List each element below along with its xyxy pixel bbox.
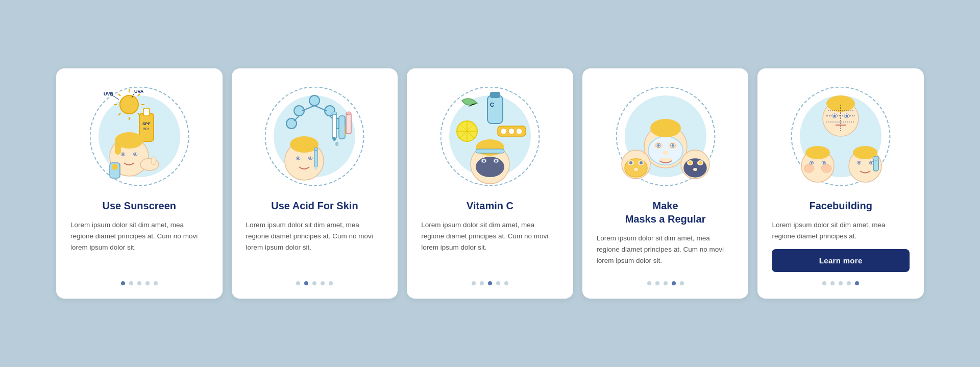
card-acid-dots [296,281,333,285]
svg-rect-39 [344,126,345,136]
svg-point-59 [501,128,507,134]
dot-3 [488,281,492,285]
cards-container: UVB UVA SPF 50+ [56,68,924,298]
card-masks-dots [647,281,684,285]
dot-1 [822,281,826,285]
card-vitaminc-illustration: C [421,83,559,190]
dot-4 [847,281,851,285]
dot-2 [830,281,835,285]
dot-1 [121,281,125,285]
svg-line-10 [111,94,119,100]
svg-rect-52 [314,149,317,167]
card-acid: Use Acid For Skin Lorem ipsum dolor sit … [232,68,398,298]
svg-point-119 [813,168,823,176]
svg-point-109 [846,115,848,117]
acid-svg [263,85,365,187]
dot-5 [504,281,508,285]
svg-rect-56 [490,92,500,98]
dot-1 [296,281,300,285]
svg-point-28 [112,164,118,170]
svg-point-108 [834,115,836,117]
dot-4 [672,281,676,285]
svg-point-115 [811,162,813,164]
card-facebuilding: Facebuilding Lorem ipsum dolor sit dim a… [757,68,924,298]
card-facebuilding-text: Lorem ipsum dolor sit dim amet, mea regi… [772,219,910,241]
facebuilding-svg [790,85,892,187]
card-masks-illustration [597,83,734,190]
svg-point-0 [120,95,138,114]
svg-point-29 [309,95,320,106]
svg-point-53 [314,148,318,151]
card-vitaminc-title: Vitamin C [467,199,513,212]
svg-point-44 [333,137,336,141]
svg-point-90 [634,168,638,171]
svg-point-124 [858,162,860,164]
card-sunscreen-dots [121,281,158,285]
svg-point-45 [335,142,338,146]
card-vitaminc-dots [472,281,508,285]
card-sunscreen: UVB UVA SPF 50+ [56,68,223,298]
svg-rect-55 [487,95,503,124]
svg-point-26 [151,157,156,165]
svg-point-60 [508,128,514,134]
svg-rect-69 [476,149,504,153]
svg-point-70 [476,157,504,177]
svg-point-98 [689,161,692,164]
svg-point-50 [297,157,299,159]
card-vitaminc: C [407,68,573,298]
svg-point-61 [516,128,522,134]
svg-point-43 [332,112,337,115]
svg-point-92 [640,161,643,164]
svg-point-127 [873,156,879,160]
card-acid-illustration [246,83,384,190]
svg-point-112 [805,146,830,159]
card-masks-text: Lorem ipsum dolor sit dim amet, mea regi… [597,233,734,272]
svg-point-97 [693,168,697,171]
svg-rect-14 [143,108,150,116]
vitaminc-svg: C [439,85,541,187]
svg-text:50+: 50+ [143,127,150,131]
svg-point-41 [346,112,351,115]
card-facebuilding-illustration [772,83,910,190]
dot-5 [154,281,158,285]
card-masks: MakeMasks a Regular Lorem ipsum dolor si… [582,68,749,298]
dot-2 [129,281,133,285]
svg-point-73 [483,160,485,162]
masks-svg [615,85,717,187]
learn-more-button[interactable]: Learn more [772,249,910,272]
dot-5 [680,281,684,285]
svg-line-5 [118,94,120,96]
svg-point-17 [144,116,149,121]
svg-point-101 [826,95,855,112]
svg-point-118 [821,164,831,173]
svg-point-116 [823,162,825,164]
svg-point-23 [122,153,124,155]
sunscreen-svg: UVB UVA SPF 50+ [88,85,190,187]
svg-rect-20 [115,139,121,155]
svg-point-99 [699,161,702,164]
svg-line-8 [118,113,120,115]
dot-5 [329,281,333,285]
svg-rect-42 [332,113,336,139]
svg-point-125 [870,162,872,164]
svg-point-24 [134,153,136,155]
card-facebuilding-dots [822,281,859,285]
svg-point-51 [309,157,311,159]
svg-point-85 [650,119,681,137]
card-sunscreen-text: Lorem ipsum dolor sit dim amet, mea regi… [70,219,208,272]
card-sunscreen-title: Use Sunscreen [103,199,177,212]
dot-4 [145,281,150,285]
card-masks-title: MakeMasks a Regular [625,199,706,226]
card-vitaminc-text: Lorem ipsum dolor sit dim amet, mea regi… [421,219,559,272]
dot-3 [312,281,316,285]
dot-1 [647,281,651,285]
svg-point-79 [663,151,669,155]
dot-3 [664,281,668,285]
dot-4 [321,281,325,285]
card-facebuilding-title: Facebuilding [810,199,872,212]
svg-point-91 [629,161,632,164]
dot-4 [496,281,500,285]
svg-point-117 [804,164,814,173]
card-acid-text: Lorem ipsum dolor sit dim amet, mea regi… [246,219,384,272]
svg-text:SPF: SPF [142,121,151,126]
